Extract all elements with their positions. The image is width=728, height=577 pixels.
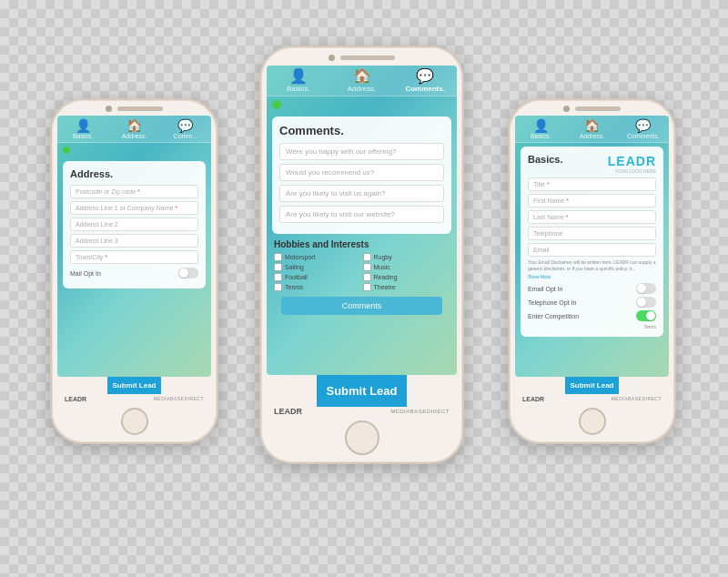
hobby-football[interactable]: Football [274,273,361,281]
checkbox-theatre[interactable] [363,283,371,291]
tab-comments-left[interactable]: 💬 Comm... [160,116,211,142]
hobby-sailing[interactable]: Sailing [274,263,361,271]
mail-opt-row: Mail Opt In [70,268,198,278]
tab-comments-center[interactable]: 💬 Comments. [393,66,457,96]
front-camera-right [563,106,570,112]
home-button-left[interactable] [121,408,148,435]
email-opt-label: Email Opt In [528,286,563,292]
tab-comments-right[interactable]: 💬 Comments. [618,116,669,142]
address-icon: 🏠 [126,119,142,132]
phone-footer-left: LEADR MEDIABASEDIRECT [57,394,211,403]
speaker-icon [117,106,163,111]
phone-center: 👤 Basics. 🏠 Address. 💬 Comments. Comment… [259,46,464,464]
comments-action-btn[interactable]: Comments [281,297,442,315]
checkbox-tennis[interactable] [274,283,282,291]
hobbies-section: Hobbies and Interests Motorsport Rugby S… [267,239,457,320]
hobby-music[interactable]: Music [363,263,450,271]
email-opt-row: Email Opt In [528,283,656,294]
terms-container: Terms [528,324,656,329]
terms-label-right: Terms [528,324,656,329]
comments-card-center: Comments. Were you happy with our offeri… [272,116,451,234]
show-more-link[interactable]: Show More [528,274,656,279]
checkbox-reading[interactable] [363,273,371,281]
telephone-field-right[interactable]: Telephone [528,227,656,240]
lastname-field-right[interactable]: Last Name * [528,210,656,224]
speaker-center [340,56,395,60]
basics-icon-right: 👤 [533,119,549,132]
tab-address-right[interactable]: 🏠 Address. [566,116,617,142]
town-field[interactable]: Town/City * [70,250,198,264]
hobby-label-theatre: Theatre [374,284,396,290]
q3-field[interactable]: Are you likely to visit us again? [279,185,444,202]
competition-row: Enter Competition [528,310,656,321]
postcode-field[interactable]: Postcode or Zip code * [70,185,198,198]
tel-opt-label: Telephone Opt In [528,299,576,306]
competition-toggle[interactable] [636,310,656,321]
address-label: Address. [122,133,147,139]
basics-icon: 👤 [76,119,91,132]
phone-center-top-bar [261,47,462,66]
mail-opt-label: Mail Opt In [70,270,101,277]
submit-btn-center[interactable]: Submit Lead [317,375,406,407]
title-field-right[interactable]: Title * [528,177,656,191]
disclaimer-text-right: Your Email Disclaimer will be written he… [528,259,656,271]
tab-address-left[interactable]: 🏠 Address. [108,116,159,142]
status-indicator-left [63,147,70,154]
hobby-tennis[interactable]: Tennis [274,283,361,291]
address-icon-right: 🏠 [584,119,600,132]
q2-field[interactable]: Would you recommend us? [279,164,444,181]
checkbox-sailing[interactable] [274,263,282,271]
tab-basics-right[interactable]: 👤 Basics. [515,116,566,142]
brand-center: LEADR [274,407,302,416]
firstname-field-right[interactable]: First Name * [528,194,656,208]
tab-address-center[interactable]: 🏠 Address. [330,66,394,96]
hobbies-grid: Motorsport Rugby Sailing Music [274,253,450,291]
basics-label-center: Basics. [287,85,310,93]
footer-sub-left: MEDIABASEDIRECT [154,396,204,401]
email-field-right[interactable]: Email [528,243,656,257]
front-camera-center [329,55,335,61]
q1-field[interactable]: Were you happy with our offering? [279,143,444,160]
mail-opt-toggle[interactable] [178,268,198,278]
address-label-right: Address. [580,133,605,139]
address-label-center: Address. [348,85,377,93]
address2-field[interactable]: Address Line 2 [70,218,198,231]
hobby-rugby[interactable]: Rugby [363,253,450,261]
hobby-label-reading: Reading [374,274,398,280]
brand-left: LEADR [65,396,86,402]
tab-basics-center[interactable]: 👤 Basics. [267,66,330,96]
home-button-center[interactable] [345,420,379,455]
leadr-logo-right: LEADR [608,154,656,168]
hobby-motorsport[interactable]: Motorsport [274,253,361,261]
address3-field[interactable]: Address Line 3 [70,234,198,248]
hobby-theatre[interactable]: Theatre [363,283,450,291]
submit-btn-right[interactable]: Submit Lead [565,377,618,394]
hobby-label-motorsport: Motorsport [285,254,315,260]
checkbox-music[interactable] [363,263,371,271]
q4-field[interactable]: Are you likely to visit our website? [279,206,444,223]
logo-sub-right: YOUR LOGO HERE [608,168,656,174]
status-indicator-center [272,100,281,109]
checkbox-rugby[interactable] [363,253,371,261]
address1-field[interactable]: Address Line 1 or Company Name * [70,201,198,215]
hobby-label-music: Music [374,264,390,270]
tab-basics-left[interactable]: 👤 Basics. [57,116,108,142]
footer-sub-center: MEDIABASEDIRECT [390,409,450,414]
tel-opt-toggle[interactable] [636,297,656,308]
submit-btn-left[interactable]: Submit Lead [107,377,160,394]
home-button-right[interactable] [579,408,606,435]
tel-opt-row: Telephone Opt In [528,297,656,308]
front-camera-icon [106,106,112,112]
email-opt-toggle[interactable] [636,283,656,294]
checkbox-football[interactable] [274,273,282,281]
checkbox-motorsport[interactable] [274,253,282,261]
basics-title-right: Basics. [528,154,563,165]
phone-footer-center: LEADR MEDIABASEDIRECT [267,407,457,416]
hobby-reading[interactable]: Reading [363,273,450,281]
footer-sub-right: MEDIABASEDIRECT [612,396,662,401]
competition-label: Enter Competition [528,313,579,319]
address-icon-center: 🏠 [353,69,371,84]
comments-icon-center: 💬 [416,69,434,84]
phone-footer-right: LEADR MEDIABASEDIRECT [515,394,669,403]
phone-left-screen: 👤 Basics. 🏠 Address. 💬 Comm... Address. … [57,116,211,377]
